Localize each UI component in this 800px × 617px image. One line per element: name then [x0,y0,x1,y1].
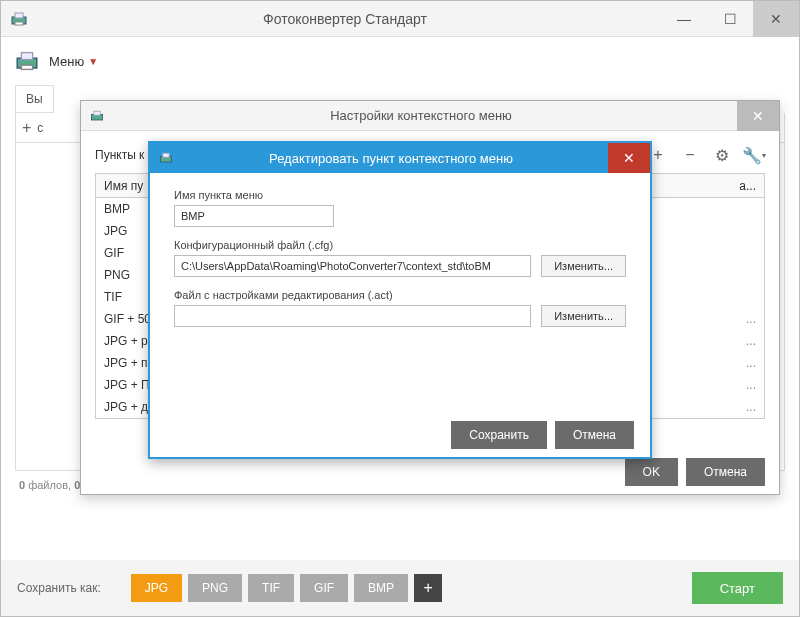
menu-caret-icon[interactable]: ▼ [88,56,98,67]
save-as-label: Сохранить как: [17,581,101,595]
row-ext: ... [746,378,756,392]
points-label: Пункты к [95,148,144,162]
edit-footer: Сохранить Отмена [150,413,650,457]
name-field[interactable] [174,205,334,227]
close-button[interactable]: ✕ [753,1,799,37]
format-button-bmp[interactable]: BMP [354,574,408,602]
row-name: JPG [104,224,127,238]
edit-save-button[interactable]: Сохранить [451,421,547,449]
settings-close-button[interactable]: ✕ [737,101,779,131]
edit-dialog-icon [158,150,174,166]
format-add-button[interactable]: + [414,574,442,602]
toolbar-remove-icon[interactable]: − [679,144,701,166]
format-button-gif[interactable]: GIF [300,574,348,602]
cfg-field[interactable] [174,255,531,277]
status-files-label: файлов, [28,479,71,491]
toolbar-label-partial: с [37,121,43,135]
row-name: JPG + П [104,378,150,392]
settings-dialog-icon [89,108,105,124]
edit-titlebar[interactable]: Редактировать пункт контекстного меню ✕ [150,143,650,173]
main-title: Фотоконвертер Стандарт [29,11,661,27]
tab-partial[interactable]: Вы [15,85,54,113]
cfg-field-label: Конфигурационный файл (.cfg) [174,239,626,251]
toolbar-plus-icon[interactable]: + [22,119,31,137]
window-buttons: — ☐ ✕ [661,1,799,37]
row-ext: ... [746,334,756,348]
act-field-label: Файл с настройками редактирования (.act) [174,289,626,301]
row-name: JPG + п [104,356,148,370]
wrench-icon[interactable]: 🔧▾ [743,144,765,166]
row-name: GIF + 50 [104,312,151,326]
format-button-tif[interactable]: TIF [248,574,294,602]
edit-close-button[interactable]: ✕ [608,143,650,173]
svg-rect-2 [15,22,23,25]
row-name: PNG [104,268,130,282]
row-name: JPG + д [104,400,148,414]
menu-strip: Меню ▼ [1,37,799,85]
footer-bar: Сохранить как: JPG PNG TIF GIF BMP + Ста… [1,560,799,616]
svg-rect-9 [163,153,169,157]
edit-dialog: Редактировать пункт контекстного меню ✕ … [148,141,652,459]
row-name: BMP [104,202,130,216]
svg-rect-1 [15,13,23,18]
row-ext: ... [746,312,756,326]
grid-header-ext: а... [739,179,756,193]
status-files-count: 0 [19,479,25,491]
minimize-button[interactable]: — [661,1,707,37]
edit-cancel-button[interactable]: Отмена [555,421,634,449]
settings-ok-button[interactable]: OK [625,458,678,486]
edit-title: Редактировать пункт контекстного меню [174,151,608,166]
app-icon [9,9,29,29]
svg-rect-5 [21,65,32,69]
row-name: JPG + p [104,334,148,348]
svg-rect-7 [94,111,100,115]
start-button[interactable]: Старт [692,572,783,604]
settings-title: Настройки контекстного меню [105,108,737,123]
name-field-label: Имя пункта меню [174,189,626,201]
svg-rect-4 [21,53,32,60]
settings-titlebar: Настройки контекстного меню ✕ [81,101,779,131]
menu-label[interactable]: Меню [49,54,84,69]
row-name: GIF [104,246,124,260]
maximize-button[interactable]: ☐ [707,1,753,37]
act-field[interactable] [174,305,531,327]
app-big-icon [13,47,41,75]
act-change-button[interactable]: Изменить... [541,305,626,327]
format-button-jpg[interactable]: JPG [131,574,182,602]
settings-cancel-button[interactable]: Отмена [686,458,765,486]
main-titlebar: Фотоконвертер Стандарт — ☐ ✕ [1,1,799,37]
cfg-change-button[interactable]: Изменить... [541,255,626,277]
row-ext: ... [746,356,756,370]
gear-icon[interactable]: ⚙ [711,144,733,166]
row-name: TIF [104,290,122,304]
format-button-png[interactable]: PNG [188,574,242,602]
row-ext: ... [746,400,756,414]
